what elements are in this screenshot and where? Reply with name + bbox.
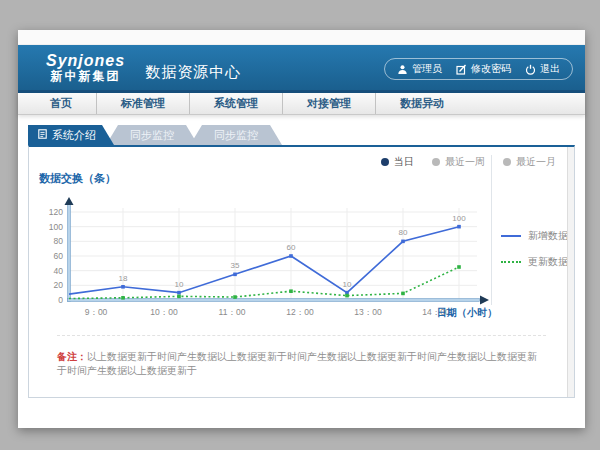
power-icon — [525, 64, 536, 75]
footnote-prefix: 备注： — [57, 351, 87, 362]
admin-user-button[interactable]: 管理员 — [397, 62, 442, 76]
nav-item-system-mgmt[interactable]: 系统管理 — [189, 93, 282, 114]
svg-text:18: 18 — [119, 274, 128, 283]
change-password-button[interactable]: 修改密码 — [456, 62, 511, 76]
header-actions: 管理员 修改密码 退出 — [384, 58, 573, 80]
svg-text:60: 60 — [54, 251, 64, 261]
svg-text:80: 80 — [54, 236, 64, 246]
page-top-strip — [18, 30, 585, 45]
tab-label: 同步监控 — [130, 128, 174, 143]
svg-text:0: 0 — [58, 295, 63, 305]
radio-today[interactable]: 当日 — [381, 155, 414, 169]
line-chart: 0204060801001201810356010801009：0010：001… — [39, 192, 509, 332]
main-nav: 首页 标准管理 系统管理 对接管理 数据异动 — [18, 93, 585, 115]
page-title: 数据资源中心 — [145, 63, 241, 82]
svg-text:35: 35 — [231, 261, 240, 270]
company-logo: Synjones 新中新集团 — [46, 53, 125, 82]
dotted-line-icon — [501, 261, 521, 263]
desktop: { "header": { "logo_text": "Synjones", "… — [0, 0, 600, 450]
panel-scrollbar[interactable] — [567, 147, 574, 397]
content-area: 系统介绍 同步监控 同步监控 当日 最近一周 — [18, 115, 585, 398]
logout-button[interactable]: 退出 — [525, 62, 560, 76]
time-range-radios: 当日 最近一周 最近一月 — [381, 155, 556, 169]
chart-y-axis-title: 数据交换（条） — [39, 171, 116, 186]
tab-bar: 系统介绍 同步监控 同步监控 — [28, 125, 585, 145]
nav-item-interface-mgmt[interactable]: 对接管理 — [282, 93, 375, 114]
tab-sync-monitor-2[interactable]: 同步监控 — [190, 125, 282, 145]
tab-label: 系统介绍 — [52, 128, 96, 143]
svg-text:40: 40 — [54, 266, 64, 276]
svg-text:11：00: 11：00 — [219, 307, 246, 317]
document-icon — [38, 129, 47, 141]
radio-selected-icon — [381, 158, 389, 166]
svg-text:20: 20 — [54, 280, 64, 290]
svg-text:9：00: 9：00 — [85, 307, 108, 317]
tab-system-intro[interactable]: 系统介绍 — [28, 125, 114, 145]
footnote-text: 以上数据更新于时间产生数据以上数据更新于时间产生数据以上数据更新于时间产生数据以… — [57, 351, 537, 376]
legend-label: 更新数据 — [528, 255, 568, 269]
nav-item-home[interactable]: 首页 — [26, 93, 96, 114]
app-window: Synjones 新中新集团 数据资源中心 管理员 修改密码 退出 — [18, 30, 585, 428]
change-password-label: 修改密码 — [471, 62, 511, 76]
legend-label: 新增数据 — [528, 229, 568, 243]
radio-unselected-icon — [432, 158, 440, 166]
svg-text:日期（小时）: 日期（小时） — [437, 307, 497, 318]
tab-sync-monitor-1[interactable]: 同步监控 — [106, 125, 198, 145]
edit-icon — [456, 64, 467, 75]
solid-line-icon — [501, 235, 521, 237]
logout-label: 退出 — [540, 62, 560, 76]
logo-subtext: 新中新集团 — [46, 70, 125, 83]
svg-text:12：00: 12：00 — [286, 307, 314, 317]
tab-label: 同步监控 — [214, 128, 258, 143]
logo-text: Synjones — [46, 53, 125, 70]
admin-user-label: 管理员 — [412, 62, 442, 76]
chart-panel: 当日 最近一周 最近一月 数据交换（条） 0204060801001201810… — [28, 145, 575, 398]
svg-text:13：00: 13：00 — [354, 307, 382, 317]
svg-text:10: 10 — [175, 280, 184, 289]
radio-unselected-icon — [503, 158, 511, 166]
nav-item-data-change[interactable]: 数据异动 — [375, 93, 468, 114]
svg-text:100: 100 — [452, 214, 466, 223]
app-header: Synjones 新中新集团 数据资源中心 管理员 修改密码 退出 — [18, 45, 585, 93]
legend-divider — [491, 155, 492, 305]
svg-text:80: 80 — [399, 228, 408, 237]
svg-text:100: 100 — [49, 222, 63, 232]
svg-text:10: 10 — [343, 280, 352, 289]
svg-text:120: 120 — [49, 207, 63, 217]
radio-label: 最近一月 — [516, 155, 556, 169]
radio-last-month[interactable]: 最近一月 — [503, 155, 556, 169]
user-icon — [397, 64, 408, 75]
radio-label: 最近一周 — [445, 155, 485, 169]
nav-item-standard-mgmt[interactable]: 标准管理 — [96, 93, 189, 114]
radio-last-week[interactable]: 最近一周 — [432, 155, 485, 169]
svg-text:60: 60 — [287, 243, 296, 252]
radio-label: 当日 — [394, 155, 414, 169]
svg-text:10：00: 10：00 — [150, 307, 178, 317]
footnote: 备注：以上数据更新于时间产生数据以上数据更新于时间产生数据以上数据更新于时间产生… — [57, 335, 546, 378]
